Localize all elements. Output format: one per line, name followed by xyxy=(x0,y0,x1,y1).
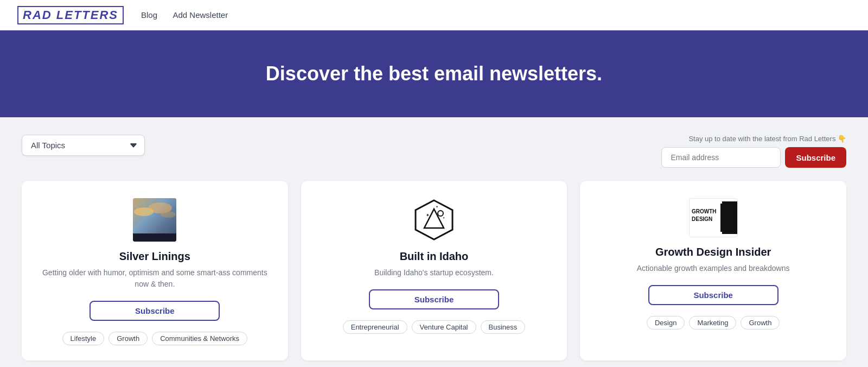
growth-design-insider-desc: Actionable growth examples and breakdown… xyxy=(637,263,790,274)
growth-design-insider-tags: Design Marketing Growth xyxy=(647,316,780,330)
controls-row: All Topics Lifestyle Growth Business Des… xyxy=(22,135,846,168)
built-in-idaho-subscribe-button[interactable]: Subscribe xyxy=(369,289,499,309)
svg-text:GROWTH: GROWTH xyxy=(692,208,717,214)
svg-rect-12 xyxy=(722,201,737,234)
growth-design-insider-logo: GROWTH DESIGN INSIDER xyxy=(689,198,738,237)
nav-blog[interactable]: Blog xyxy=(141,10,157,20)
main-nav: Blog Add Newsletter xyxy=(141,10,241,20)
growth-design-insider-subscribe-button[interactable]: Subscribe xyxy=(648,285,778,305)
card-built-in-idaho: ✦ ✦ ✦ Built in Idaho Building Idaho's st… xyxy=(301,181,567,360)
growth-design-insider-title: Growth Design Insider xyxy=(655,246,771,258)
silver-linings-title: Silver Linings xyxy=(119,250,190,263)
svg-text:✦: ✦ xyxy=(426,213,430,218)
silver-linings-desc: Getting older with humor, optimism and s… xyxy=(37,267,273,290)
svg-rect-15 xyxy=(720,204,722,232)
svg-point-3 xyxy=(161,211,176,218)
nav-add-newsletter[interactable]: Add Newsletter xyxy=(173,10,228,20)
built-in-idaho-tags: Entrepreneurial Venture Capital Business xyxy=(343,320,526,334)
silver-linings-logo xyxy=(133,198,176,242)
email-input[interactable] xyxy=(661,147,781,168)
card-growth-design-insider: GROWTH DESIGN INSIDER Growth Design Insi… xyxy=(580,181,846,360)
tag-entrepreneurial[interactable]: Entrepreneurial xyxy=(343,320,407,334)
hero-title: Discover the best email newsletters. xyxy=(266,62,602,85)
silver-linings-subscribe-button[interactable]: Subscribe xyxy=(90,301,220,321)
subscribe-row: Subscribe xyxy=(661,147,846,168)
subscribe-widget: Stay up to date with the latest from Rad… xyxy=(661,135,846,168)
hero-section: Discover the best email newsletters. xyxy=(0,30,868,117)
topic-select[interactable]: All Topics Lifestyle Growth Business Des… xyxy=(22,135,145,156)
tag-growth[interactable]: Growth xyxy=(108,332,148,345)
built-in-idaho-logo: ✦ ✦ ✦ xyxy=(412,198,456,242)
header: RAD LETTERS Blog Add Newsletter xyxy=(0,0,868,30)
tag-marketing[interactable]: Marketing xyxy=(689,316,736,330)
tag-lifestyle[interactable]: Lifestyle xyxy=(62,332,105,345)
tag-design[interactable]: Design xyxy=(647,316,685,330)
svg-text:✦: ✦ xyxy=(436,205,438,208)
svg-rect-4 xyxy=(133,233,176,242)
built-in-idaho-desc: Building Idaho's startup ecosystem. xyxy=(374,267,494,279)
tag-venture-capital[interactable]: Venture Capital xyxy=(412,320,476,334)
svg-text:✦: ✦ xyxy=(443,216,445,219)
card-silver-linings: Silver Linings Getting older with humor,… xyxy=(22,181,288,360)
tag-growth[interactable]: Growth xyxy=(741,316,780,330)
silver-linings-tags: Lifestyle Growth Communities & Networks xyxy=(62,332,248,345)
topic-filter-wrapper: All Topics Lifestyle Growth Business Des… xyxy=(22,135,145,156)
tag-communities[interactable]: Communities & Networks xyxy=(152,332,247,345)
subscribe-hint: Stay up to date with the latest from Rad… xyxy=(688,135,846,143)
subscribe-main-button[interactable]: Subscribe xyxy=(785,147,846,168)
svg-marker-5 xyxy=(416,200,452,239)
built-in-idaho-title: Built in Idaho xyxy=(400,250,469,263)
tag-business[interactable]: Business xyxy=(481,320,526,334)
cards-grid: Silver Linings Getting older with humor,… xyxy=(22,181,846,360)
main-content: All Topics Lifestyle Growth Business Des… xyxy=(0,117,868,367)
site-logo[interactable]: RAD LETTERS xyxy=(17,6,124,24)
svg-text:DESIGN: DESIGN xyxy=(692,216,712,222)
